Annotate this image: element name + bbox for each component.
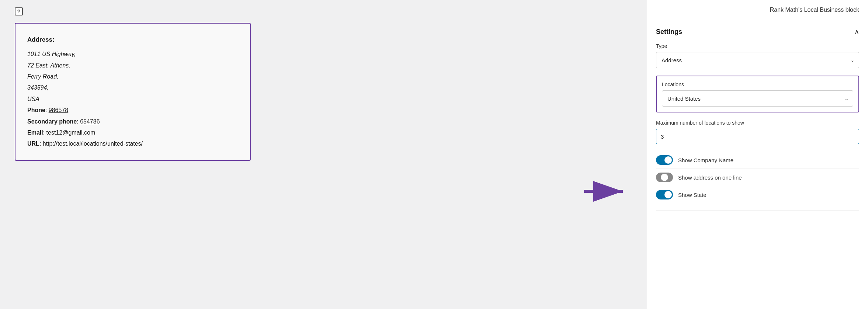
sidebar-content: Settings ∧ Type Address LocalBusiness St… bbox=[647, 20, 868, 309]
type-field-group: Type Address LocalBusiness Store ⌄ bbox=[656, 43, 859, 68]
sidebar-header: Rank Math's Local Business block bbox=[647, 0, 868, 20]
email-line: Email: test12@gmail.com bbox=[27, 127, 238, 138]
locations-label: Locations bbox=[662, 81, 853, 87]
show-address-one-line-row: Show address on one line bbox=[656, 169, 859, 186]
email-label: Email bbox=[27, 129, 43, 136]
locations-field-group: Locations United States United Kingdom C… bbox=[656, 76, 859, 112]
url-line: URL: http://test.local/locations/united-… bbox=[27, 138, 238, 149]
sidebar-title: Rank Math's Local Business block bbox=[770, 7, 859, 13]
type-label: Type bbox=[656, 43, 859, 49]
editor-area: ? Address: 1011 US Highway, 72 East, Ath… bbox=[0, 0, 566, 309]
arrow-area bbox=[566, 0, 647, 309]
secondary-phone-label: Secondary phone bbox=[27, 118, 77, 125]
show-address-one-line-label: Show address on one line bbox=[678, 174, 742, 181]
max-locations-label: Maximum number of locations to show bbox=[656, 120, 859, 126]
show-state-label: Show State bbox=[678, 192, 706, 198]
type-select-wrapper: Address LocalBusiness Store ⌄ bbox=[656, 52, 859, 68]
phone-label: Phone bbox=[27, 107, 45, 113]
address-block: Address: 1011 US Highway, 72 East, Athen… bbox=[15, 23, 251, 161]
arrow-icon bbox=[584, 180, 628, 202]
settings-collapse-button[interactable]: ∧ bbox=[854, 28, 859, 36]
show-state-row: Show State bbox=[656, 186, 859, 203]
type-select[interactable]: Address LocalBusiness Store bbox=[656, 52, 859, 68]
url-label: URL bbox=[27, 140, 39, 147]
settings-header: Settings ∧ bbox=[656, 28, 859, 36]
address-line-4: 343594, bbox=[27, 82, 238, 93]
email-link[interactable]: test12@gmail.com bbox=[46, 129, 96, 136]
locations-select[interactable]: United States United Kingdom Canada Aust… bbox=[662, 90, 853, 107]
max-locations-field-group: Maximum number of locations to show bbox=[656, 120, 859, 144]
show-company-name-toggle[interactable] bbox=[656, 155, 673, 165]
sidebar: Rank Math's Local Business block Setting… bbox=[647, 0, 868, 309]
address-line-2: 72 East, Athens, bbox=[27, 60, 238, 71]
address-line-1: 1011 US Highway, bbox=[27, 49, 238, 60]
show-state-toggle[interactable] bbox=[656, 190, 673, 199]
show-company-name-label: Show Company Name bbox=[678, 157, 733, 163]
address-line-3: Ferry Road, bbox=[27, 71, 238, 82]
url-value: http://test.local/locations/united-state… bbox=[43, 140, 143, 147]
secondary-phone-link[interactable]: 654786 bbox=[80, 118, 100, 125]
settings-title: Settings bbox=[656, 28, 682, 36]
phone-line: Phone: 986578 bbox=[27, 105, 238, 116]
address-line-5: USA bbox=[27, 94, 238, 105]
secondary-phone-line: Secondary phone: 654786 bbox=[27, 116, 238, 127]
phone-link[interactable]: 986578 bbox=[49, 107, 68, 113]
address-title: Address: bbox=[27, 34, 238, 46]
show-address-one-line-toggle[interactable] bbox=[656, 173, 673, 182]
locations-select-wrapper: United States United Kingdom Canada Aust… bbox=[662, 90, 853, 107]
help-icon[interactable]: ? bbox=[15, 7, 23, 15]
settings-section: Settings ∧ Type Address LocalBusiness St… bbox=[656, 20, 859, 211]
max-locations-input[interactable] bbox=[656, 129, 859, 144]
show-company-name-row: Show Company Name bbox=[656, 152, 859, 169]
